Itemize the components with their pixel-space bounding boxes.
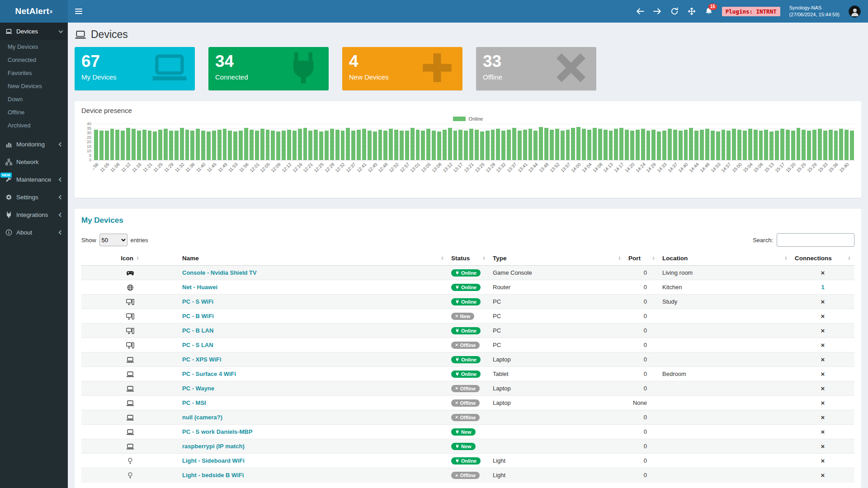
search-input[interactable] <box>777 233 854 247</box>
forward-arrow-icon[interactable] <box>653 7 661 15</box>
device-name-link[interactable]: Light - bedside B WiFi <box>182 472 244 479</box>
sidebar-subitem-favorites[interactable]: Favorites <box>0 66 68 80</box>
device-icon-cell <box>81 454 179 468</box>
sidebar-item-devices[interactable]: Devices <box>0 23 68 40</box>
y-tick-label: 30 <box>87 131 91 135</box>
sidebar-subitem-down[interactable]: Down <box>0 93 68 106</box>
sidebar-subitem-my-devices[interactable]: My Devices <box>0 40 68 53</box>
sidebar-item-integrations[interactable]: Integrations <box>0 206 68 224</box>
chart-legend[interactable]: Online <box>81 116 854 122</box>
column-header-name[interactable]: Name▲▼ <box>179 251 448 266</box>
chart-bar <box>748 129 752 160</box>
status-cell: ×Offline <box>448 338 489 352</box>
refresh-icon[interactable] <box>670 7 679 15</box>
sidebar-item-network[interactable]: Network <box>0 153 68 171</box>
no-connection-icon[interactable]: × <box>821 298 825 305</box>
column-header-location[interactable]: Location▲▼ <box>659 251 791 266</box>
connections-cell: × <box>791 454 854 468</box>
no-connection-icon[interactable]: × <box>821 442 825 450</box>
notifications-bell-icon[interactable]: 15 <box>705 7 713 15</box>
sidebar-item-settings[interactable]: Settings <box>0 188 68 206</box>
sidebar-subitem-offline[interactable]: Offline <box>0 106 68 119</box>
avatar[interactable] <box>849 5 861 18</box>
no-connection-icon[interactable]: × <box>821 269 825 277</box>
device-name-link[interactable]: PC - Wayne <box>182 385 214 392</box>
chart-bar <box>775 131 779 160</box>
sidebar-item-maintenance[interactable]: NEW Maintenance <box>0 171 68 188</box>
device-name-link[interactable]: PC - XPS WiFi <box>182 356 222 363</box>
main-content: Devices 67 My Devices 34 Connected 4 New… <box>68 0 868 488</box>
summary-box-my-devices[interactable]: 67 My Devices <box>75 47 195 90</box>
no-connection-icon[interactable]: × <box>821 399 825 407</box>
no-connection-icon[interactable]: × <box>821 356 825 363</box>
sidebar-subitem-new-devices[interactable]: New Devices <box>0 80 68 93</box>
connections-count-link[interactable]: 1 <box>821 284 824 291</box>
sidebar-item-about[interactable]: About <box>0 224 68 241</box>
device-name-link[interactable]: PC - Surface 4 WiFi <box>182 371 236 377</box>
no-connection-icon[interactable]: × <box>821 312 825 320</box>
no-connection-icon[interactable]: × <box>821 385 825 392</box>
chart-bar <box>437 131 441 160</box>
sidebar-item-label: Integrations <box>16 211 48 218</box>
user-icon <box>849 6 860 17</box>
no-connection-icon[interactable]: × <box>821 471 825 479</box>
no-connection-icon[interactable]: × <box>821 327 825 334</box>
device-type-cell: PC <box>489 338 625 352</box>
column-header-icon[interactable]: Icon▲▼ <box>81 251 179 266</box>
navbar: NetAlertx 15 Plugins: INTRNT Synology-NA… <box>0 0 868 23</box>
no-connection-icon[interactable]: × <box>821 370 825 378</box>
back-arrow-icon[interactable] <box>636 7 644 15</box>
column-label: Status <box>451 255 470 262</box>
column-header-port[interactable]: Port▲▼ <box>625 251 659 266</box>
location-cell <box>659 338 791 352</box>
x-tick-label: 14:53 <box>710 162 721 173</box>
plugins-status-label[interactable]: Plugins: INTRNT <box>722 7 780 16</box>
device-name-link[interactable]: PC - B WiFi <box>182 313 214 319</box>
device-name-link[interactable]: PC - S WiFi <box>182 298 213 305</box>
status-badge: Online <box>451 371 481 378</box>
column-header-connections[interactable]: Connections▲▼ <box>791 251 854 266</box>
column-header-type[interactable]: Type▲▼ <box>489 251 625 266</box>
no-connection-icon[interactable]: × <box>821 413 825 421</box>
table-row: PC - S LAN×OfflinePC0× <box>81 338 854 352</box>
status-cell: Online <box>448 367 489 381</box>
no-connection-icon[interactable]: × <box>821 457 825 465</box>
no-connection-icon[interactable]: × <box>821 341 825 349</box>
sidebar-subitem-connected[interactable]: Connected <box>0 53 68 66</box>
device-name-link[interactable]: PC - MSI <box>182 399 206 406</box>
page-size-select[interactable]: 50 <box>99 234 127 246</box>
chart-bar <box>137 131 141 160</box>
x-tick-label: 13:01 <box>410 162 421 173</box>
connections-cell: × <box>791 367 854 381</box>
device-name-link[interactable]: null (camera?) <box>182 414 222 421</box>
no-connection-icon[interactable]: × <box>821 428 825 436</box>
app-logo-sup: x <box>50 9 52 14</box>
device-icon-cell <box>81 324 179 338</box>
device-name-link[interactable]: PC - S LAN <box>182 342 213 348</box>
x-tick-label: 12:28 <box>324 162 335 173</box>
x-tick-label: 13:48 <box>538 162 549 173</box>
sidebar-toggle-button[interactable] <box>75 9 82 14</box>
device-name-link[interactable]: Net - Huawei <box>182 284 217 291</box>
device-name-link[interactable]: raspberrypi (IP match) <box>182 443 245 450</box>
device-name-link[interactable]: Console - Nvidia Shield TV <box>182 269 257 276</box>
move-arrows-icon[interactable] <box>688 7 696 15</box>
app-logo[interactable]: NetAlertx <box>0 0 68 23</box>
sidebar-item-monitoring[interactable]: Monitoring <box>0 136 68 153</box>
device-name-link[interactable]: Light - Sideboard WiFi <box>182 457 245 464</box>
summary-box-offline[interactable]: 33 Offline <box>476 47 596 90</box>
chart-bar <box>394 130 398 160</box>
x-tick-label: 12:52 <box>388 162 399 173</box>
chart-bar <box>486 131 490 160</box>
summary-box-new-devices[interactable]: 4 New Devices <box>342 47 462 90</box>
summary-box-connected[interactable]: 34 Connected <box>208 47 329 90</box>
chart-bar <box>764 130 768 160</box>
connections-cell: × <box>791 410 854 425</box>
device-name-link[interactable]: PC - B LAN <box>182 327 213 334</box>
device-name-link[interactable]: PC - S work Daniels-MBP <box>182 428 252 435</box>
info-icon <box>5 229 12 236</box>
sidebar-subitem-archived[interactable]: Archived <box>0 119 68 132</box>
chart-bar <box>142 130 146 160</box>
column-header-status[interactable]: Status▲▼ <box>448 251 489 266</box>
x-tick-label: 11:36 <box>184 162 196 173</box>
